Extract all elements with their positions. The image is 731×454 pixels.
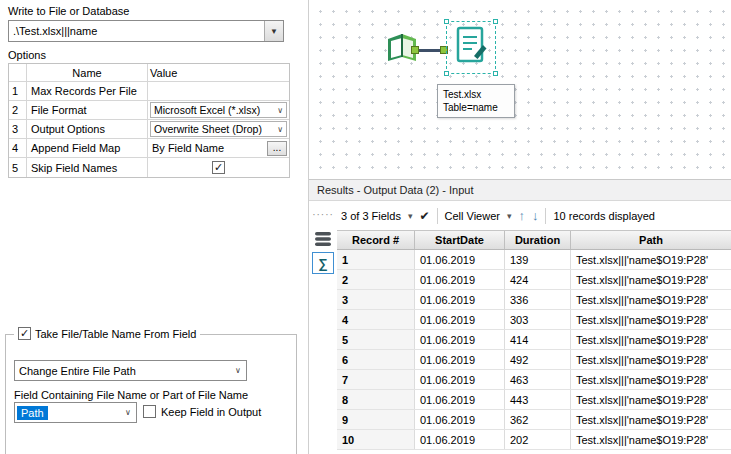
header-duration[interactable]: Duration (505, 231, 571, 249)
table-row[interactable]: 6 01.06.2019 492 Test.xlsx|||'name$O19:P… (337, 350, 731, 370)
keep-field-checkbox[interactable] (143, 405, 156, 418)
annotation-line1: Test.xlsx (443, 88, 509, 101)
duration-cell: 443 (505, 390, 571, 409)
option-name: Skip Field Names (27, 158, 148, 177)
selection-handle[interactable] (444, 19, 449, 24)
startdate-cell: 01.06.2019 (415, 410, 505, 429)
fields-dropdown-icon[interactable]: ▾ (408, 211, 413, 221)
options-header-row: Name Value (9, 64, 289, 82)
check-icon: ✓ (214, 162, 223, 173)
option-name: Append Field Map (27, 139, 148, 157)
output-data-tool-selection[interactable] (446, 21, 496, 74)
row-number: 4 (9, 139, 27, 157)
output-anchor[interactable] (411, 46, 419, 54)
record-number-cell: 9 (337, 410, 415, 429)
record-number-cell: 3 (337, 290, 415, 309)
drag-handle-icon[interactable]: ····· (312, 204, 334, 226)
startdate-cell: 01.06.2019 (415, 330, 505, 349)
duration-cell: 424 (505, 270, 571, 289)
selection-handle[interactable] (493, 71, 498, 76)
output-data-tool[interactable] (454, 25, 488, 67)
option-row-skip-field-names[interactable]: 5 Skip Field Names ✓ (9, 158, 289, 177)
startdate-cell: 01.06.2019 (415, 430, 505, 449)
down-arrow-icon[interactable]: ↓ (532, 209, 539, 222)
table-row[interactable]: 7 01.06.2019 463 Test.xlsx|||'name$O19:P… (337, 370, 731, 390)
header-record-number[interactable]: Record # (337, 231, 415, 249)
toolbar-separator (437, 208, 438, 224)
grid-header-row: Record # StartDate Duration Path (337, 230, 731, 250)
options-table: Name Value 1 Max Records Per File 2 File… (8, 63, 290, 178)
option-row-output-options[interactable]: 3 Output Options Overwrite Sheet (Drop) … (9, 120, 289, 139)
file-path-combobox[interactable]: .\Test.xlsx|||name ▼ (8, 20, 284, 42)
output-data-config-panel: Write to File or Database .\Test.xlsx|||… (0, 0, 308, 454)
table-row[interactable]: 4 01.06.2019 303 Test.xlsx|||'name$O19:P… (337, 310, 731, 330)
output-options-dropdown[interactable]: Overwrite Sheet (Drop) ∨ (150, 121, 287, 137)
keep-field-label: Keep Field in Output (161, 406, 261, 418)
tool-annotation[interactable]: Test.xlsx Table=name (437, 84, 515, 118)
table-row[interactable]: 3 01.06.2019 336 Test.xlsx|||'name$O19:P… (337, 290, 731, 310)
skip-field-names-checkbox[interactable]: ✓ (212, 161, 225, 174)
header-path[interactable]: Path (571, 231, 731, 249)
workflow-canvas[interactable]: Test.xlsx Table=name (308, 0, 731, 179)
record-number-cell: 2 (337, 270, 415, 289)
file-name-mode-dropdown[interactable]: Change Entire File Path ∨ (14, 360, 247, 381)
table-row[interactable]: 2 01.06.2019 424 Test.xlsx|||'name$O19:P… (337, 270, 731, 290)
max-records-input[interactable] (148, 82, 289, 100)
results-body: ····· ∑ 3 of 3 Fields ▾ (309, 201, 731, 454)
option-row-max-records[interactable]: 1 Max Records Per File (9, 82, 289, 101)
duration-cell: 362 (505, 410, 571, 429)
cell-viewer-dropdown-icon[interactable]: ▾ (507, 211, 512, 221)
metadata-view-button[interactable]: ∑ (312, 252, 334, 274)
selection-handle[interactable] (493, 19, 498, 24)
option-name: Max Records Per File (27, 82, 148, 100)
table-row[interactable]: 9 01.06.2019 362 Test.xlsx|||'name$O19:P… (337, 410, 731, 430)
up-arrow-icon[interactable]: ↑ (518, 209, 525, 222)
table-row[interactable]: 5 01.06.2019 414 Test.xlsx|||'name$O19:P… (337, 330, 731, 350)
duration-cell: 463 (505, 370, 571, 389)
results-main: 3 of 3 Fields ▾ ✔ Cell Viewer ▾ ↑ ↓ 10 r… (337, 201, 731, 454)
startdate-cell: 01.06.2019 (415, 310, 505, 329)
startdate-cell: 01.06.2019 (415, 270, 505, 289)
results-panel: Results - Output Data (2) - Input ····· … (308, 179, 731, 454)
path-cell: Test.xlsx|||'name$O19:P28' (571, 310, 731, 329)
table-row[interactable]: 10 01.06.2019 202 Test.xlsx|||'name$O19:… (337, 430, 731, 450)
selection-handle[interactable] (444, 71, 449, 76)
field-select-dropdown[interactable]: Path ∨ (14, 402, 137, 423)
file-format-dropdown[interactable]: Microsoft Excel (*.xlsx) ∨ (150, 102, 287, 118)
rows-icon (314, 231, 332, 247)
groupbox-legend: ✓ Take File/Table Name From Field (14, 327, 200, 340)
append-field-map-browse-button[interactable]: ... (267, 141, 287, 156)
path-cell: Test.xlsx|||'name$O19:P28' (571, 350, 731, 369)
results-side-strip: ····· ∑ (309, 201, 337, 454)
startdate-cell: 01.06.2019 (415, 350, 505, 369)
keep-field-option[interactable]: Keep Field in Output (143, 405, 261, 418)
file-format-value: Microsoft Excel (*.xlsx) (154, 104, 260, 116)
option-value-cell: Microsoft Excel (*.xlsx) ∨ (148, 101, 289, 119)
record-number-cell: 6 (337, 350, 415, 369)
option-row-file-format[interactable]: 2 File Format Microsoft Excel (*.xlsx) ∨ (9, 101, 289, 120)
table-row[interactable]: 1 01.06.2019 139 Test.xlsx|||'name$O19:P… (337, 250, 731, 270)
table-row[interactable]: 8 01.06.2019 443 Test.xlsx|||'name$O19:P… (337, 390, 731, 410)
path-cell: Test.xlsx|||'name$O19:P28' (571, 370, 731, 389)
output-data-tool-icon (454, 25, 488, 65)
chevron-down-icon: ∨ (117, 403, 136, 422)
data-view-button[interactable] (314, 231, 332, 247)
record-number-cell: 4 (337, 310, 415, 329)
apply-check-icon[interactable]: ✔ (419, 209, 429, 223)
cell-viewer-label[interactable]: Cell Viewer (445, 210, 500, 222)
option-name: File Format (27, 101, 148, 119)
options-header-name: Name (27, 64, 148, 81)
file-path-dropdown-button[interactable]: ▼ (264, 21, 283, 41)
take-file-name-checkbox[interactable]: ✓ (18, 327, 31, 340)
dropdown-arrow-icon: ▼ (270, 27, 278, 36)
file-path-value[interactable]: .\Test.xlsx|||name (9, 21, 264, 41)
option-row-append-field-map[interactable]: 4 Append Field Map By Field Name ... (9, 139, 289, 158)
append-field-map-value: By Field Name (152, 142, 224, 154)
option-value-cell: By Field Name ... (148, 139, 289, 157)
file-name-mode-value: Change Entire File Path (15, 361, 227, 380)
output-options-value: Overwrite Sheet (Drop) (154, 123, 262, 135)
header-startdate[interactable]: StartDate (415, 231, 505, 249)
fields-count-label[interactable]: 3 of 3 Fields (341, 210, 401, 222)
path-cell: Test.xlsx|||'name$O19:P28' (571, 250, 731, 269)
check-icon: ✓ (20, 328, 29, 339)
